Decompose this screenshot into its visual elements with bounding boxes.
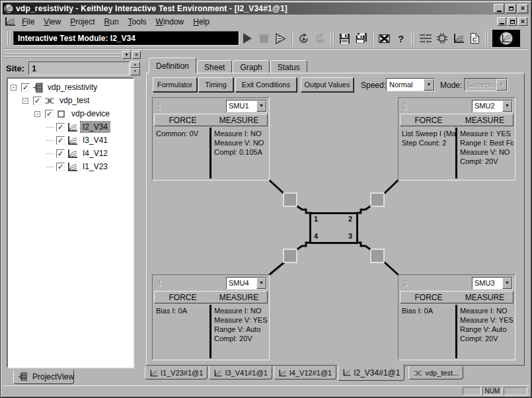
collapse-icon[interactable]: - xyxy=(34,111,40,117)
checkbox-checked[interactable]: ✓ xyxy=(33,97,42,105)
checkbox-checked[interactable]: ✓ xyxy=(45,110,54,118)
measure-header[interactable]: MEASURE xyxy=(211,114,267,126)
smu2-measure-settings[interactable]: Measure I: YES Range I: Best Fix Measure… xyxy=(457,128,513,179)
tab-i1-v23[interactable]: I1_V23#1@1 xyxy=(145,366,208,379)
tab-i4-v12[interactable]: I4_V12#1@1 xyxy=(274,366,336,379)
smu3-select[interactable]: SMU3 ▼ xyxy=(472,277,513,290)
tree-item-label[interactable]: I3_V41 xyxy=(81,135,110,145)
force-header[interactable]: FORCE xyxy=(400,292,457,303)
measure-header[interactable]: MEASURE xyxy=(457,114,513,126)
panel-menu-button[interactable]: ▼ xyxy=(122,51,131,59)
stop-button[interactable] xyxy=(256,30,272,46)
formulator-button[interactable]: Formulator xyxy=(153,77,197,92)
checkbox-checked[interactable]: ✓ xyxy=(56,163,65,171)
measure-header[interactable]: MEASURE xyxy=(211,292,267,303)
chevron-down-icon[interactable]: ▼ xyxy=(424,79,434,91)
tab-i2-v34-active[interactable]: I2_V34#1@1 xyxy=(338,364,404,381)
smu2-force-settings[interactable]: List Sweep I (Ma Step Count: 2 xyxy=(400,128,455,179)
save-all-button[interactable] xyxy=(353,30,369,46)
tab-graph[interactable]: Graph xyxy=(233,60,269,73)
mdi-minimize-button[interactable] xyxy=(497,17,506,26)
force-header[interactable]: FORCE xyxy=(400,114,457,126)
menu-view[interactable]: View xyxy=(39,16,65,28)
tree-item-itm[interactable]: ✓ I2_V34 xyxy=(8,120,133,134)
itm-button[interactable] xyxy=(450,30,467,46)
spin-down-icon[interactable]: ▼ xyxy=(130,68,140,75)
save-button[interactable] xyxy=(336,30,353,46)
output-values-button[interactable]: Output Values xyxy=(301,77,354,92)
spin-up-icon[interactable]: ▲ xyxy=(130,61,140,69)
smu3-measure-settings[interactable]: Measure I: NO Measure V: YES Range V: Au… xyxy=(457,305,513,358)
tree-item-itm[interactable]: ✓ I4_V12 xyxy=(8,147,133,160)
tab-vdp-test[interactable]: vdp_test... xyxy=(408,366,463,379)
tree-item-label[interactable]: vdp-device xyxy=(69,108,112,119)
tab-i3-v41[interactable]: I3_V41#1@1 xyxy=(209,366,272,379)
mdi-close-button[interactable]: × xyxy=(518,17,527,26)
smu4-select[interactable]: SMU4 ▼ xyxy=(226,277,267,290)
collapse-icon[interactable]: - xyxy=(11,85,17,91)
document-button[interactable]: C xyxy=(467,30,483,46)
menu-window[interactable]: Window xyxy=(151,16,189,28)
cycle-run-button[interactable] xyxy=(295,30,312,46)
toolbar-grip[interactable] xyxy=(485,31,489,46)
tree-item-test[interactable]: - ✓ vdp_test xyxy=(8,94,133,107)
chevron-down-icon[interactable]: ▼ xyxy=(502,100,512,112)
smu1-select[interactable]: SMU1 ▼ xyxy=(226,100,267,112)
tab-definition[interactable]: Definition xyxy=(149,58,196,73)
menu-help[interactable]: Help xyxy=(188,16,214,28)
measure-header[interactable]: MEASURE xyxy=(457,292,513,303)
tree-item-device[interactable]: - ✓ vdp-device xyxy=(8,107,133,120)
tab-label[interactable]: vdp_test... xyxy=(425,369,459,377)
tab-sheet[interactable]: Sheet xyxy=(197,60,232,73)
tree-item-itm[interactable]: ✓ I1_V23 xyxy=(8,160,133,173)
tree-item-project[interactable]: - ✓ vdp_resistivity xyxy=(8,81,133,94)
smu1-measure-settings[interactable]: Measure I: NO Measure V: NO Compl: 0.105… xyxy=(211,128,268,179)
clear-sheet-button[interactable] xyxy=(376,30,393,46)
menu-run[interactable]: Run xyxy=(100,16,124,28)
checkbox-checked[interactable]: ✓ xyxy=(21,83,30,92)
close-button[interactable]: × xyxy=(517,4,528,13)
mdi-restore-button[interactable] xyxy=(508,17,517,26)
smu2-select[interactable]: SMU2 ▼ xyxy=(472,100,513,112)
force-measure-header[interactable]: FORCE MEASURE xyxy=(154,114,268,126)
smu4-force-settings[interactable]: Bias I: 0A xyxy=(154,305,209,358)
force-measure-header[interactable]: FORCE MEASURE xyxy=(154,291,268,303)
tab-label[interactable]: I2_V34#1@1 xyxy=(354,368,400,378)
site-spinner[interactable]: ▲ ▼ xyxy=(130,61,140,75)
tree-item-itm[interactable]: ✓ I3_V41 xyxy=(8,134,133,147)
device-button[interactable] xyxy=(434,30,450,46)
tree-item-label[interactable]: vdp_test xyxy=(57,95,91,106)
toolbar-grip[interactable] xyxy=(7,31,11,46)
tree-item-label-selected[interactable]: I2_V34 xyxy=(81,122,110,132)
smu3-force-settings[interactable]: Bias I: 0A xyxy=(400,305,455,358)
tab-status[interactable]: Status xyxy=(270,60,307,73)
smu4-measure-settings[interactable]: Measure I: NO Measure V: YES Range V: Au… xyxy=(211,305,268,358)
checkbox-checked[interactable]: ✓ xyxy=(56,123,65,132)
connect-button[interactable] xyxy=(417,30,434,46)
tree-item-label[interactable]: vdp_resistivity xyxy=(46,82,99,93)
menu-file[interactable]: File xyxy=(17,16,39,28)
chevron-down-icon[interactable]: ▼ xyxy=(256,100,266,112)
tab-label[interactable]: I3_V41#1@1 xyxy=(225,369,267,377)
run-append-button[interactable] xyxy=(272,30,289,46)
tree-item-label[interactable]: I1_V23 xyxy=(81,161,110,172)
smu1-force-settings[interactable]: Common: 0V xyxy=(154,128,209,179)
timing-button[interactable]: Timing xyxy=(198,77,233,92)
force-header[interactable]: FORCE xyxy=(155,292,211,303)
site-input[interactable]: 1 xyxy=(28,61,130,75)
toolbar-grip[interactable] xyxy=(411,31,415,46)
document-window-icon[interactable] xyxy=(5,17,16,26)
force-measure-header[interactable]: FORCE MEASURE xyxy=(400,291,513,303)
help-button[interactable]: ? xyxy=(393,30,409,46)
run-button[interactable] xyxy=(239,30,256,46)
panel-grip[interactable]: ▼ × xyxy=(5,51,141,59)
exit-conditions-button[interactable]: Exit Conditions xyxy=(235,77,297,92)
collapse-icon[interactable]: - xyxy=(22,98,28,104)
force-header[interactable]: FORCE xyxy=(155,114,211,126)
tab-label[interactable]: I1_V23#1@1 xyxy=(161,369,203,377)
panel-close-button[interactable]: × xyxy=(132,51,141,59)
tree-item-label[interactable]: I4_V12 xyxy=(81,148,110,159)
checkbox-checked[interactable]: ✓ xyxy=(56,136,65,145)
menu-project[interactable]: Project xyxy=(65,16,99,28)
repeat-run-button[interactable] xyxy=(312,30,328,46)
